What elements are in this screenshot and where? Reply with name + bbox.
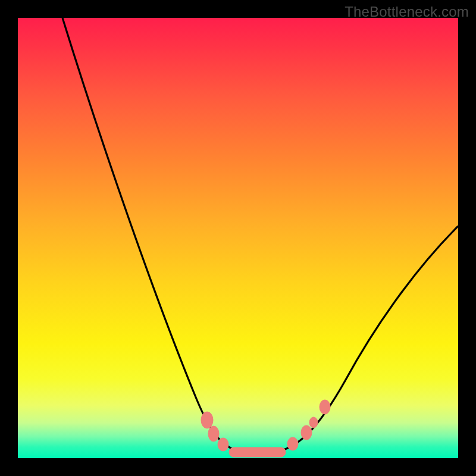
watermark-text: TheBottleneck.com [345,4,469,20]
dot [309,417,318,428]
dot [301,425,312,440]
chart-frame: TheBottleneck.com [0,0,476,476]
plot-area [18,18,458,458]
bottleneck-curve-svg [18,18,458,458]
dot [320,400,330,414]
dot [201,412,213,428]
bottom-dot-cluster [201,400,330,457]
curve-path [62,18,458,452]
dot [218,438,228,451]
dot-bar [229,447,286,457]
dot [208,426,219,441]
dot [287,437,298,450]
